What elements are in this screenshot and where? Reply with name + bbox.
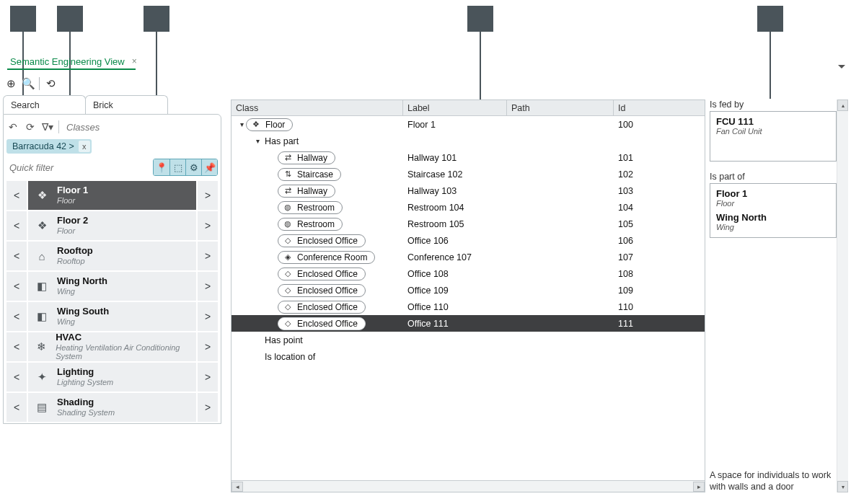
nav-back-button[interactable]: < <box>6 302 27 331</box>
class-pill[interactable]: ◇Enclosed Office <box>278 301 366 314</box>
nav-forward-button[interactable]: > <box>198 272 218 301</box>
undo-icon[interactable]: ↶ <box>6 120 19 133</box>
class-pill[interactable]: ◇Enclosed Office <box>278 317 366 330</box>
related-name: Wing North <box>716 212 830 223</box>
nav-back-button[interactable]: < <box>6 332 27 361</box>
cell-id: 101 <box>614 153 705 163</box>
search-globe-icon[interactable]: 🔍 <box>20 76 36 92</box>
nav-item[interactable]: ❖Floor 1Floor <box>28 181 196 210</box>
breadcrumb-chip[interactable]: Barracuda 42 > x <box>6 139 92 154</box>
related-item[interactable]: FCU 111Fan Coil Unit <box>716 116 830 136</box>
scroll-right-icon[interactable]: ▸ <box>693 482 705 492</box>
callout-line <box>156 32 157 105</box>
nav-back-button[interactable]: < <box>6 363 27 392</box>
class-pill[interactable]: ◍Restroom <box>278 218 343 231</box>
nav-forward-button[interactable]: > <box>198 211 218 240</box>
nav-subtitle: Wing <box>57 317 109 327</box>
nav-back-button[interactable]: < <box>6 242 27 270</box>
nav-item[interactable]: ✦LightingLighting System <box>28 363 196 392</box>
nav-forward-button[interactable]: > <box>198 302 218 331</box>
col-id[interactable]: Id <box>614 100 705 115</box>
expander-icon[interactable]: ▾ <box>237 120 246 128</box>
nav-forward-button[interactable]: > <box>198 393 218 422</box>
related-item[interactable]: Floor 1Floor <box>716 188 830 208</box>
cell-label: Floor 1 <box>403 120 507 130</box>
pin-icon[interactable]: 📍 <box>154 159 169 175</box>
table-row[interactable]: ◍RestroomRestroom 104104 <box>232 199 705 216</box>
class-pill[interactable]: ⇄Hallway <box>278 151 335 164</box>
nav-back-button[interactable]: < <box>6 272 27 301</box>
nav-forward-button[interactable]: > <box>198 332 218 361</box>
classes-input[interactable] <box>63 120 218 134</box>
class-pill[interactable]: ◈Conference Room <box>278 251 375 264</box>
marker-icon[interactable]: 📌 <box>201 159 217 175</box>
related-item[interactable]: Wing NorthWing <box>716 212 830 231</box>
nav-item[interactable]: ❖Floor 2Floor <box>28 211 196 240</box>
nav-item[interactable]: ◧Wing NorthWing <box>28 272 196 301</box>
class-pill[interactable]: ◇Enclosed Office <box>278 268 366 280</box>
col-label[interactable]: Label <box>403 100 507 115</box>
cell-label: Office 108 <box>403 269 507 279</box>
nav-item[interactable]: ❄HVACHeating Ventilation Air Conditionin… <box>28 332 196 361</box>
related-type: Floor <box>716 199 830 208</box>
table-row[interactable]: ▾Has part <box>232 133 705 149</box>
nav-item[interactable]: ⌂RooftopRooftop <box>28 242 196 270</box>
table-row[interactable]: ⇄HallwayHallway 103103 <box>232 182 705 199</box>
cube-icon[interactable]: ⬚ <box>169 159 185 175</box>
view-tab[interactable]: Semantic Engineering View <box>7 55 128 68</box>
cell-id: 109 <box>614 286 705 296</box>
nav-forward-button[interactable]: > <box>198 363 218 392</box>
table-row[interactable]: ⇅StaircaseStaircase 102102 <box>232 166 705 182</box>
table-row[interactable]: ◈Conference RoomConference 107107 <box>232 249 705 265</box>
table-row[interactable]: ⇄HallwayHallway 101101 <box>232 149 705 166</box>
db-refresh-icon[interactable]: ⟲ <box>43 76 58 92</box>
class-pill[interactable]: ⇅Staircase <box>278 168 341 181</box>
table-row[interactable]: ◇Enclosed OfficeOffice 109109 <box>232 282 705 299</box>
cell-id: 105 <box>614 219 705 229</box>
gear-icon[interactable]: ⚙ <box>185 159 201 175</box>
class-pill[interactable]: ◇Enclosed Office <box>278 284 366 297</box>
refresh-icon[interactable]: ⟳ <box>24 120 37 133</box>
toolbar: ⊕ 🔍 ⟲ <box>3 74 58 94</box>
chip-remove-icon[interactable]: x <box>79 141 90 152</box>
class-pill[interactable]: ◇Enclosed Office <box>278 234 366 247</box>
add-icon[interactable]: ⊕ <box>3 76 19 92</box>
scroll-left-icon[interactable]: ◂ <box>232 482 243 492</box>
table-row[interactable]: Is location of <box>232 348 705 365</box>
view-menu-caret-icon[interactable] <box>838 65 845 68</box>
h-scrollbar[interactable]: ◂ ▸ <box>232 480 705 492</box>
nav-forward-button[interactable]: > <box>198 242 218 270</box>
close-tab-icon[interactable]: × <box>132 56 137 66</box>
table-row[interactable]: ◇Enclosed OfficeOffice 111111 <box>232 315 705 332</box>
class-pill[interactable]: ❖Floor <box>246 118 293 131</box>
col-class[interactable]: Class <box>232 100 403 115</box>
v-scrollbar[interactable]: ▴ ▾ <box>837 100 848 492</box>
table-row[interactable]: ◍RestroomRestroom 105105 <box>232 216 705 232</box>
nav-item[interactable]: ▤ShadingShading System <box>28 393 196 422</box>
tab-search[interactable]: Search <box>3 95 86 114</box>
nav-item[interactable]: ◧Wing SouthWing <box>28 302 196 331</box>
cell-label: Restroom 105 <box>403 219 507 229</box>
quick-filter-input[interactable] <box>6 161 153 174</box>
col-path[interactable]: Path <box>507 100 614 115</box>
expander-icon[interactable]: ▾ <box>253 137 262 145</box>
callout-box <box>144 6 169 32</box>
table-row[interactable]: Has point <box>232 332 705 348</box>
tab-brick[interactable]: Brick <box>85 95 168 114</box>
table-row[interactable]: ◇Enclosed OfficeOffice 108108 <box>232 265 705 282</box>
nav-back-button[interactable]: < <box>6 211 27 240</box>
scroll-up-icon[interactable]: ▴ <box>837 100 848 111</box>
class-pill[interactable]: ⇄Hallway <box>278 185 335 198</box>
scroll-down-icon[interactable]: ▾ <box>837 481 848 492</box>
table-row[interactable]: ◇Enclosed OfficeOffice 110110 <box>232 299 705 315</box>
nav-back-button[interactable]: < <box>6 393 27 422</box>
nav-back-button[interactable]: < <box>6 181 27 210</box>
table-row[interactable]: ▾❖FloorFloor 1100 <box>232 116 705 133</box>
fed-by-box: FCU 111Fan Coil Unit <box>710 111 837 162</box>
class-pill[interactable]: ◍Restroom <box>278 201 343 214</box>
filter-icon[interactable]: ∇▾ <box>41 120 54 133</box>
class-name: Conference Room <box>297 252 367 262</box>
table-row[interactable]: ◇Enclosed OfficeOffice 106106 <box>232 232 705 249</box>
office-icon: ◇ <box>283 319 293 328</box>
nav-forward-button[interactable]: > <box>198 181 218 210</box>
